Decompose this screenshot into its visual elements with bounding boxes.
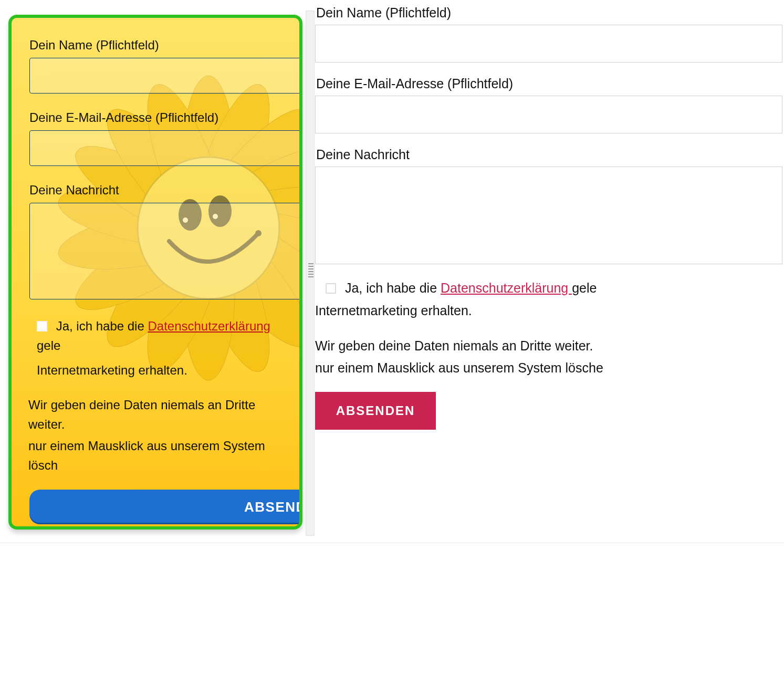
right-form: Dein Name (Pflichtfeld) Deine E-Mail-Adr… bbox=[315, 5, 784, 531]
consent-line2: Internetmarketing erhalten. bbox=[37, 360, 281, 380]
message-label: Deine Nachricht bbox=[29, 183, 281, 198]
message-textarea-r[interactable] bbox=[315, 167, 782, 264]
message-label-r: Deine Nachricht bbox=[316, 147, 784, 162]
name-label: Dein Name (Pflichtfeld) bbox=[29, 38, 281, 53]
bottom-blank-area bbox=[0, 543, 784, 674]
name-input[interactable] bbox=[29, 58, 302, 94]
submit-button-label: ABSENDEN bbox=[244, 499, 302, 515]
privacy-note-1-r: Wir geben deine Daten niemals an Dritte … bbox=[315, 336, 784, 356]
consent-checkbox-r[interactable] bbox=[326, 283, 336, 294]
left-form-card: Dein Name (Pflichtfeld) Deine E-Mail-Adr… bbox=[8, 15, 302, 530]
privacy-note-1: Wir geben deine Daten niemals an Dritte … bbox=[28, 395, 281, 434]
consent-checkbox[interactable] bbox=[37, 321, 47, 331]
email-input[interactable] bbox=[29, 130, 302, 166]
email-label: Deine E-Mail-Adresse (Pflichtfeld) bbox=[29, 110, 281, 125]
submit-button-label-r: ABSENDEN bbox=[336, 403, 415, 418]
name-label-r: Dein Name (Pflichtfeld) bbox=[316, 5, 784, 20]
submit-button-r[interactable]: ABSENDEN bbox=[315, 392, 436, 430]
email-input-r[interactable] bbox=[315, 96, 782, 133]
submit-button[interactable]: ABSENDEN bbox=[29, 490, 302, 524]
name-input-r[interactable] bbox=[315, 25, 782, 63]
consent-pre: Ja, ich habe die bbox=[56, 319, 148, 333]
privacy-note-2-r: nur einem Mausklick aus unserem System l… bbox=[315, 358, 784, 378]
consent-pre-r: Ja, ich habe die bbox=[345, 281, 441, 295]
pane-divider[interactable] bbox=[306, 11, 315, 536]
privacy-note-2: nur einem Mausklick aus unserem System l… bbox=[28, 436, 281, 475]
privacy-link-r[interactable]: Datenschutzerklärung bbox=[441, 281, 572, 295]
message-textarea[interactable] bbox=[29, 203, 302, 299]
consent-line1-r: Ja, ich habe die Datenschutzerklärung ge… bbox=[315, 278, 784, 298]
privacy-link[interactable]: Datenschutzerklärung bbox=[148, 319, 270, 333]
consent-post-r: gele bbox=[572, 281, 597, 295]
email-label-r: Deine E-Mail-Adresse (Pflichtfeld) bbox=[316, 76, 784, 91]
consent-line1: Ja, ich habe die Datenschutzerklärung ge… bbox=[37, 316, 281, 355]
consent-line2-r: Internetmarketing erhalten. bbox=[315, 300, 784, 321]
consent-post: gele bbox=[37, 338, 60, 352]
